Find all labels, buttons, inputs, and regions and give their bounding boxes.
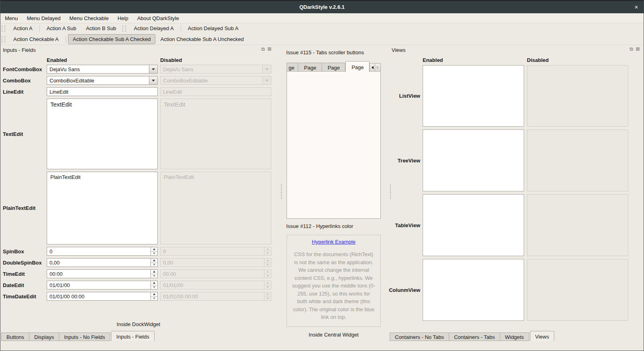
- spin-down-button: [264, 274, 271, 278]
- treeview-label: TreeView: [392, 129, 423, 191]
- spin-up-button[interactable]: [151, 292, 157, 297]
- combo-dropdown-button[interactable]: [149, 76, 157, 84]
- tab-scroll-left-button[interactable]: [369, 63, 375, 72]
- spin-up-icon: [266, 271, 269, 273]
- timeedit-enabled[interactable]: 00:00: [47, 269, 158, 278]
- dock-inputs-fields: Inputs - Fields ⧉ ⊠ Enabled Disabled Fon…: [0, 45, 277, 341]
- toolbar-drag-handle[interactable]: [122, 25, 126, 32]
- spin-down-icon: [266, 286, 269, 288]
- close-icon[interactable]: ✕: [634, 4, 638, 10]
- form-row-timeedit: TimeEdit 00:00 00:00: [3, 269, 271, 278]
- column-header-enabled: Enabled: [47, 57, 158, 63]
- textedit-enabled[interactable]: TextEdit: [47, 99, 158, 169]
- chevron-down-icon: [152, 68, 155, 70]
- toolbar-actions: Action A Action A Sub Action B Sub Actio…: [0, 23, 644, 34]
- chevron-down-icon: [265, 80, 268, 82]
- plaintextedit-label: PlainTextEdit: [3, 172, 47, 244]
- textedit-label: TextEdit: [3, 99, 47, 169]
- listview-enabled[interactable]: [423, 65, 524, 127]
- spin-down-button[interactable]: [151, 263, 157, 267]
- menu-item-help[interactable]: Help: [113, 14, 133, 23]
- menu-item-menu-delayed[interactable]: Menu Delayed: [23, 14, 65, 23]
- spin-up-icon: [153, 271, 155, 273]
- menu-item-about-qdarkstyle[interactable]: About QDarkStyle: [133, 14, 184, 23]
- left-arrow-icon: [372, 66, 374, 69]
- titlebar[interactable]: QDarkStyle v.2.6.1 ✕: [0, 0, 644, 14]
- tab-inputs-no-fields[interactable]: Inputs - No Fields: [59, 333, 110, 341]
- colunmview-label: ColunmView: [392, 259, 423, 321]
- doublespinbox-enabled[interactable]: 0,00: [47, 258, 158, 267]
- dateedit-label: DateEdit: [3, 281, 47, 289]
- fontcombobox-enabled[interactable]: DejaVu Sans: [47, 65, 158, 74]
- plaintextedit-enabled[interactable]: PlainTextEdit: [47, 172, 158, 244]
- hyperlink-note-text: CSS for the documents (RichText) is not …: [292, 250, 375, 321]
- spin-down-button[interactable]: [151, 252, 157, 256]
- tab-buttons[interactable]: Buttons: [1, 333, 29, 341]
- spinbox-enabled[interactable]: 0: [47, 247, 158, 256]
- fontcombobox-label: FontComboBox: [3, 65, 47, 74]
- tab-containers-no-tabs[interactable]: Containers - No Tabs: [390, 333, 449, 341]
- tab-page-truncated[interactable]: ge: [287, 63, 298, 72]
- toolbar-button-action-checkable-sub-a-unchecked[interactable]: Action Checkable Sub A Unchecked: [155, 34, 248, 44]
- form-row-spinbox: SpinBox 0 0: [3, 247, 271, 256]
- spin-up-button: [264, 281, 271, 285]
- tab-displays[interactable]: Displays: [29, 333, 59, 341]
- lineedit-label: LineEdit: [3, 87, 47, 96]
- toolbar-drag-handle[interactable]: [2, 25, 5, 32]
- tab-page[interactable]: Page: [298, 63, 322, 72]
- tab-inputs-fields[interactable]: Inputs - Fields: [111, 331, 155, 341]
- listview-label: ListView: [392, 65, 423, 127]
- menu-item-menu[interactable]: Menu: [0, 14, 23, 23]
- menu-item-menu-checkable[interactable]: Menu Checkable: [65, 14, 113, 23]
- central-widget: Issue #115 - Tabs scroller buttons ge Pa…: [278, 45, 389, 341]
- toolbar-button-action-delayed-sub-a[interactable]: Action Delayed Sub A: [183, 23, 244, 33]
- toolbar-separator: [66, 36, 66, 43]
- spin-down-icon: [153, 264, 155, 266]
- tab-containers-tabs[interactable]: Containers - Tabs: [449, 333, 500, 341]
- colunmview-enabled[interactable]: [423, 259, 524, 321]
- dock-float-icon[interactable]: ⧉: [629, 46, 634, 52]
- spin-up-button[interactable]: [151, 259, 157, 263]
- dock-area: Inputs - Fields ⧉ ⊠ Enabled Disabled Fon…: [0, 45, 644, 341]
- form-row-lineedit: LineEdit LineEdit LineEdit: [3, 87, 271, 96]
- spin-down-button[interactable]: [151, 274, 157, 278]
- spin-down-icon: [266, 298, 269, 300]
- spin-up-button[interactable]: [151, 247, 157, 252]
- combo-dropdown-button[interactable]: [149, 65, 157, 73]
- dock-close-icon[interactable]: ⊠: [267, 46, 272, 52]
- combobox-enabled[interactable]: ComboBoxEditable: [47, 76, 158, 85]
- hyperlink-example-link[interactable]: Hyperlink Example: [312, 239, 355, 245]
- spin-down-icon: [266, 264, 269, 266]
- combobox-disabled: ComboBoxEditable: [160, 76, 271, 85]
- treeview-enabled[interactable]: [423, 129, 524, 191]
- spin-down-button: [264, 285, 271, 289]
- toolbar-button-action-b-sub[interactable]: Action B Sub: [81, 23, 121, 33]
- toolbar-button-action-checkable-sub-a-checked[interactable]: Action Checkable Sub A Checked: [68, 34, 156, 44]
- tableview-enabled[interactable]: [423, 194, 524, 256]
- dock-float-icon[interactable]: ⧉: [260, 46, 266, 52]
- toolbar-separator: [39, 25, 40, 32]
- right-arrow-icon: [377, 66, 379, 69]
- spin-up-button: [264, 259, 271, 263]
- spin-up-button[interactable]: [151, 281, 157, 285]
- spin-up-button[interactable]: [151, 270, 157, 274]
- lineedit-enabled[interactable]: LineEdit: [47, 87, 158, 96]
- spin-down-button[interactable]: [151, 285, 157, 289]
- tab-widgets[interactable]: Widgets: [500, 333, 529, 341]
- toolbar-button-action-delayed-a[interactable]: Action Delayed A: [129, 23, 179, 33]
- toolbar-drag-handle[interactable]: [2, 36, 5, 43]
- textedit-disabled: TextEdit: [160, 99, 271, 169]
- spin-up-icon: [266, 248, 269, 250]
- toolbar-button-action-a[interactable]: Action A: [8, 23, 37, 33]
- dock-close-icon[interactable]: ⊠: [635, 46, 640, 52]
- tab-page[interactable]: Page: [322, 63, 346, 72]
- timedateedit-enabled[interactable]: 01/01/00 00:00: [47, 292, 158, 301]
- toolbar-button-action-checkable-a[interactable]: Action Checkable A: [8, 34, 64, 44]
- spin-up-icon: [153, 259, 155, 261]
- spin-down-button[interactable]: [151, 297, 157, 301]
- spin-down-icon: [266, 275, 269, 277]
- dateedit-enabled[interactable]: 01/01/00: [47, 281, 158, 289]
- tab-page-selected[interactable]: Page: [345, 61, 369, 72]
- toolbar-button-action-a-sub[interactable]: Action A Sub: [42, 23, 81, 33]
- tab-views[interactable]: Views: [530, 331, 554, 341]
